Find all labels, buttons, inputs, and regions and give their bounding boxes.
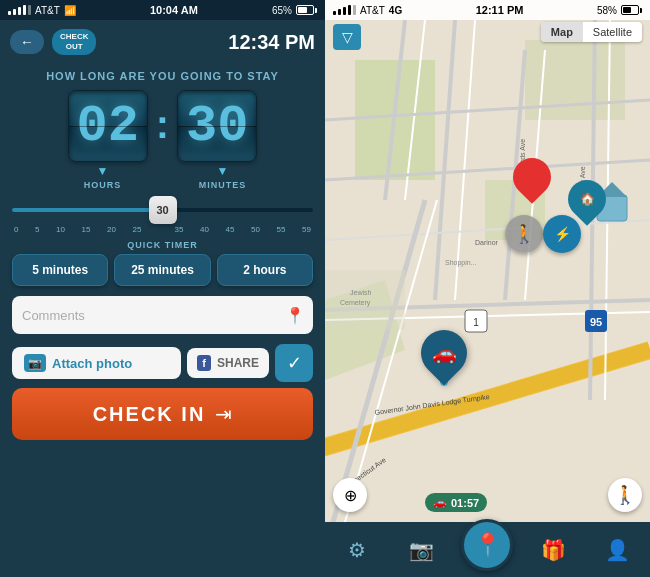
gift-icon: 🎁: [541, 538, 566, 562]
location-nav-button[interactable]: 📍: [461, 519, 513, 571]
clock-colon: :: [156, 102, 169, 147]
comments-input[interactable]: Comments: [12, 296, 313, 334]
quick-timer-label: QUICK TIMER: [0, 240, 325, 250]
attach-photo-button[interactable]: 📷 Attach photo: [12, 347, 181, 379]
tick-59: 59: [302, 225, 311, 234]
checkout-badge: CHECK OUT: [52, 29, 96, 54]
satellite-view-button[interactable]: Satellite: [583, 22, 642, 42]
slider-thumb[interactable]: 30: [149, 196, 177, 224]
map-satellite-toggle: Map Satellite: [541, 22, 642, 42]
walking-icon-pin[interactable]: 🚶: [505, 215, 543, 253]
left-panel: AT&T 📶 10:04 AM 65% ← CHECK OUT 12:34 PM…: [0, 0, 325, 577]
right-status-time: 12:11 PM: [476, 4, 524, 16]
svg-text:Darinor: Darinor: [475, 239, 499, 246]
slider-fill: [12, 208, 169, 212]
filter-icon: ▽: [342, 29, 353, 45]
minutes-slider-section: 30 0 5 10 15 20 25 35 40 45 50 55 59: [0, 192, 325, 236]
minutes-down-arrow[interactable]: ▼: [183, 164, 263, 178]
right-battery-pct: 58%: [597, 5, 617, 16]
back-arrow-icon: ←: [20, 34, 34, 50]
tick-55: 55: [277, 225, 286, 234]
tick-50: 50: [251, 225, 260, 234]
map-background: 95 1 Jewish Cemetery Shoppin... Connecti…: [325, 0, 650, 577]
network-type: 4G: [389, 5, 402, 16]
svg-text:Jewish: Jewish: [350, 289, 372, 296]
stay-title: HOW LONG ARE YOU GOING TO STAY: [0, 64, 325, 86]
comments-wrapper: Comments 📍: [12, 296, 313, 334]
tick-5: 5: [35, 225, 39, 234]
clock-labels: HOURS MINUTES: [0, 178, 325, 192]
settings-nav-button[interactable]: ⚙: [332, 525, 382, 575]
slider-track[interactable]: 30: [12, 196, 313, 224]
camera-nav-button[interactable]: 📷: [397, 525, 447, 575]
map-filter-button[interactable]: ▽: [333, 24, 361, 50]
tick-25: 25: [133, 225, 142, 234]
bluetooth-pin[interactable]: ⚡: [543, 215, 581, 253]
minutes-label: MINUTES: [183, 180, 263, 190]
left-status-left: AT&T 📶: [8, 5, 76, 16]
pin-body: [505, 150, 559, 204]
tick-15: 15: [82, 225, 91, 234]
carrier-label: AT&T: [35, 5, 60, 16]
tick-40: 40: [200, 225, 209, 234]
teal-map-pin[interactable]: 🏠: [568, 180, 606, 218]
facebook-share-button[interactable]: f SHARE: [187, 348, 269, 378]
left-header: ← CHECK OUT 12:34 PM: [0, 20, 325, 64]
red-map-pin[interactable]: [513, 158, 551, 196]
hours-digit[interactable]: 02: [68, 90, 148, 162]
walk-icon: 🚶: [614, 484, 636, 506]
map-view-button[interactable]: Map: [541, 22, 583, 42]
quick-5min-button[interactable]: 5 minutes: [12, 254, 108, 286]
slider-ticks: 0 5 10 15 20 25 35 40 45 50 55 59: [12, 225, 313, 234]
camera-nav-icon: 📷: [409, 538, 434, 562]
car-map-pin[interactable]: 🚗: [421, 330, 467, 386]
signal-icon: [8, 5, 31, 15]
svg-line-8: [435, 20, 455, 300]
gear-icon: ⚙: [348, 538, 366, 562]
quick-2hrs-button[interactable]: 2 hours: [217, 254, 313, 286]
right-signal-icon: [333, 5, 356, 15]
battery-icon: [296, 5, 317, 15]
location-pin-icon[interactable]: 📍: [285, 306, 305, 325]
quick-timer-buttons: 5 minutes 25 minutes 2 hours: [0, 254, 325, 286]
svg-text:Shoppin...: Shoppin...: [445, 259, 477, 267]
timer-car-icon: 🚗: [433, 496, 447, 509]
right-status-left: AT&T 4G: [333, 5, 402, 16]
location-icon: 📍: [474, 532, 501, 558]
checkin-arrow-icon: ⇥: [215, 402, 232, 426]
wifi-icon: 📶: [64, 5, 76, 16]
svg-line-9: [455, 20, 475, 300]
battery-pct: 65%: [272, 5, 292, 16]
minutes-digit[interactable]: 30: [177, 90, 257, 162]
quick-25min-button[interactable]: 25 minutes: [114, 254, 210, 286]
tick-45: 45: [226, 225, 235, 234]
right-battery-icon: [621, 5, 642, 15]
profile-nav-button[interactable]: 👤: [593, 525, 643, 575]
gift-nav-button[interactable]: 🎁: [528, 525, 578, 575]
comments-placeholder: Comments: [22, 308, 85, 323]
person-icon: 👤: [605, 538, 630, 562]
right-carrier: AT&T: [360, 5, 385, 16]
bottom-actions: 📷 Attach photo f SHARE ✓: [0, 338, 325, 388]
walk-navigation-button[interactable]: 🚶: [608, 478, 642, 512]
checkmark-icon: ✓: [287, 352, 302, 374]
clock-arrows: ▼ ▼: [0, 164, 325, 178]
checkout-label: CHECK OUT: [60, 32, 88, 51]
facebook-icon: f: [197, 355, 211, 371]
compass-button[interactable]: ⊕: [333, 478, 367, 512]
confirm-check-button[interactable]: ✓: [275, 344, 313, 382]
checkin-button[interactable]: CHECK IN ⇥: [12, 388, 313, 440]
attach-label: Attach photo: [52, 356, 132, 371]
map-roads-svg: 95 1 Jewish Cemetery Shoppin... Connecti…: [325, 0, 650, 577]
compass-icon: ⊕: [344, 486, 357, 505]
tick-10: 10: [56, 225, 65, 234]
hours-down-arrow[interactable]: ▼: [63, 164, 143, 178]
tick-20: 20: [107, 225, 116, 234]
share-label: SHARE: [217, 356, 259, 370]
bottom-navigation: ⚙ 📷 📍 🎁 👤: [325, 522, 650, 577]
back-button[interactable]: ←: [10, 30, 44, 54]
svg-text:Cemetery: Cemetery: [340, 299, 371, 307]
svg-text:95: 95: [590, 316, 602, 328]
tick-35: 35: [175, 225, 184, 234]
slider-value: 30: [156, 204, 168, 216]
